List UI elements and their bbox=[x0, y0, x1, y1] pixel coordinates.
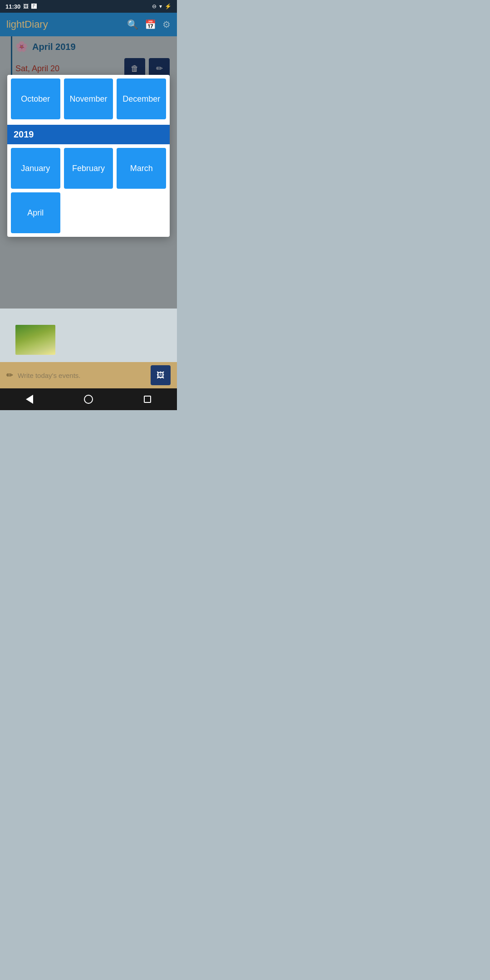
wifi-icon: ▾ bbox=[159, 3, 162, 10]
add-photo-button[interactable]: 🖼 bbox=[151, 365, 171, 385]
prev-year-month-grid: October November December bbox=[11, 78, 166, 119]
search-icon[interactable]: 🔍 bbox=[127, 19, 138, 30]
month-picker-modal: October November December 2019 January F… bbox=[7, 75, 170, 237]
app-title: lightDiary bbox=[6, 19, 48, 30]
home-button[interactable] bbox=[78, 389, 98, 409]
back-button[interactable] bbox=[20, 389, 39, 409]
month-cell-february[interactable]: February bbox=[64, 148, 113, 189]
dnd-icon: ⊖ bbox=[152, 3, 157, 10]
home-icon bbox=[84, 395, 93, 404]
year-header-2019: 2019 bbox=[7, 125, 170, 144]
current-year-month-grid: January February March April bbox=[11, 148, 166, 233]
write-placeholder[interactable]: Write today's events. bbox=[18, 372, 146, 379]
recents-button[interactable] bbox=[137, 389, 157, 409]
month-cell-december[interactable]: December bbox=[117, 78, 166, 119]
calendar-search-icon[interactable]: 📅 bbox=[145, 19, 156, 30]
battery-icon: ⚡ bbox=[165, 3, 172, 10]
diary-photo bbox=[15, 325, 55, 355]
month-cell-march[interactable]: March bbox=[117, 148, 166, 189]
month-cell-january[interactable]: January bbox=[11, 148, 60, 189]
current-year-section: January February March April bbox=[7, 144, 170, 237]
pencil-icon: ✏ bbox=[6, 370, 13, 380]
prev-year-section: October November December bbox=[7, 75, 170, 125]
diary-photo-section bbox=[7, 325, 170, 355]
app-bar: lightDiary 🔍 📅 ⚙ bbox=[0, 13, 177, 36]
month-cell-empty-2 bbox=[117, 192, 166, 233]
month-cell-empty-1 bbox=[64, 192, 113, 233]
month-cell-april[interactable]: April bbox=[11, 192, 60, 233]
status-time: 11:30 bbox=[5, 3, 20, 10]
settings-icon[interactable]: ⚙ bbox=[162, 19, 171, 30]
recents-icon bbox=[144, 396, 151, 403]
nav-bar bbox=[0, 388, 177, 410]
status-bar: 11:30 🖼 🅿 ⊖ ▾ ⚡ bbox=[0, 0, 177, 13]
write-bar: ✏ Write today's events. 🖼 bbox=[0, 362, 177, 388]
photo-status-icon: 🖼 bbox=[23, 3, 29, 10]
parking-status-icon: 🅿 bbox=[31, 3, 37, 10]
month-cell-october[interactable]: October bbox=[11, 78, 60, 119]
month-cell-november[interactable]: November bbox=[64, 78, 113, 119]
back-icon bbox=[26, 395, 33, 404]
